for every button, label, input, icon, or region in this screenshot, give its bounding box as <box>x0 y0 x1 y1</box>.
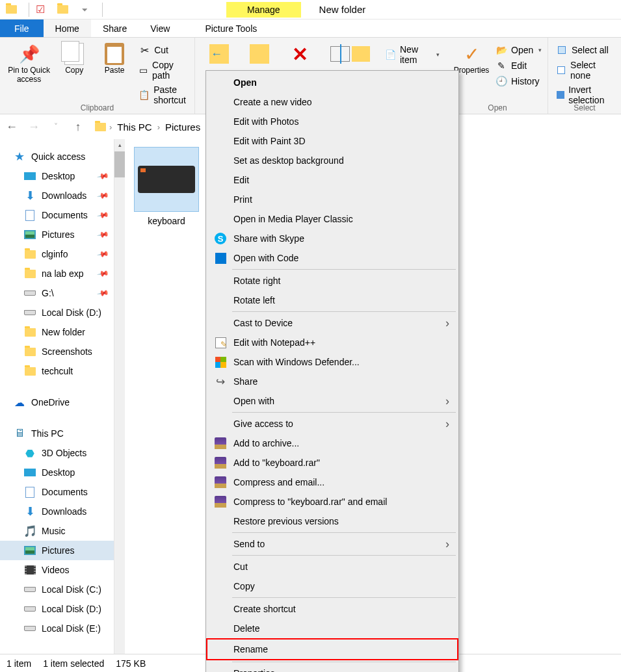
nav-downloads[interactable]: ⬇Downloads📌 <box>0 186 125 205</box>
qat-newfolder-icon[interactable] <box>51 0 73 19</box>
contextual-tab-manage[interactable]: Manage <box>226 2 301 18</box>
ctx-scan-defender[interactable]: Scan with Windows Defender... <box>207 352 457 372</box>
nav-drive-g[interactable]: G:\📌 <box>0 283 125 303</box>
ctx-send-to[interactable]: Send to› <box>207 534 457 554</box>
copy-path-button[interactable]: ▭Copy path <box>135 58 191 82</box>
nav-folder-nalab[interactable]: na lab exp📌 <box>0 264 125 283</box>
nav-quick-access[interactable]: ★Quick access <box>0 147 125 166</box>
folder-icon <box>23 326 36 338</box>
nav-onedrive[interactable]: ☁OneDrive <box>0 393 125 412</box>
label: This PC <box>31 428 64 439</box>
ctx-give-access[interactable]: Give access to› <box>207 414 457 433</box>
nav-documents[interactable]: Documents📌 <box>0 205 125 225</box>
ctx-open-mpc[interactable]: Open in Media Player Classic <box>207 209 457 229</box>
ctx-compress-rar-email[interactable]: Compress to "keyboard.rar" and email <box>207 492 457 511</box>
nav-desktop2[interactable]: Desktop <box>0 463 125 482</box>
nav-folder-clginfo[interactable]: clginfo📌 <box>0 244 125 264</box>
ctx-cut[interactable]: Cut <box>207 557 457 576</box>
ctx-open-with[interactable]: Open with› <box>207 391 457 411</box>
delete-button[interactable]: ✕ <box>280 40 320 68</box>
label: Music <box>42 526 66 536</box>
ctx-create-new-video[interactable]: Create a new video <box>207 92 457 112</box>
nav-documents2[interactable]: Documents <box>0 482 125 502</box>
forward-button[interactable]: → <box>25 118 43 136</box>
copy-button[interactable]: Copy <box>54 40 94 107</box>
navigation-pane[interactable]: ★Quick access Desktop📌 ⬇Downloads📌 Docum… <box>0 139 125 654</box>
separator <box>232 311 456 312</box>
nav-drive-d2[interactable]: Local Disk (D:) <box>0 599 125 619</box>
qat-dropdown-icon[interactable]: ⏷ <box>73 0 96 19</box>
ctx-edit-notepad[interactable]: Edit with Notepad++ <box>207 333 457 352</box>
ctx-rotate-left[interactable]: Rotate left <box>207 291 457 310</box>
tab-view[interactable]: View <box>139 19 181 37</box>
chevron-right-icon[interactable]: › <box>108 122 113 132</box>
tab-picture-tools[interactable]: Picture Tools <box>193 19 269 37</box>
scrollbar[interactable]: ▴ <box>114 139 125 654</box>
ctx-cast-to-device[interactable]: Cast to Device› <box>207 313 457 333</box>
nav-pictures2[interactable]: Pictures <box>0 541 125 560</box>
breadcrumb-pictures[interactable]: Pictures <box>163 120 203 134</box>
ctx-copy[interactable]: Copy <box>207 576 457 596</box>
up-button[interactable]: ↑ <box>69 118 87 136</box>
ctx-compress-email[interactable]: Compress and email... <box>207 472 457 492</box>
nav-videos[interactable]: Videos <box>0 560 125 580</box>
chevron-right-icon[interactable]: › <box>156 122 161 132</box>
nav-pictures[interactable]: Pictures📌 <box>0 225 125 244</box>
label: Print <box>233 194 252 205</box>
open-icon: 📂 <box>495 44 507 56</box>
nav-folder-techcult[interactable]: techcult <box>0 361 125 381</box>
label: Documents <box>42 487 88 497</box>
ctx-create-shortcut[interactable]: Create shortcut <box>207 599 457 619</box>
nav-folder-newfolder[interactable]: New folder <box>0 322 125 342</box>
tab-share[interactable]: Share <box>91 19 139 37</box>
pin-quick-access-button[interactable]: 📌 Pin to Quick access <box>4 40 54 107</box>
nav-folder-screenshots[interactable]: Screenshots <box>0 342 125 361</box>
edit-button[interactable]: ✎Edit <box>492 58 546 73</box>
nav-drive-d[interactable]: Local Disk (D:) <box>0 303 125 322</box>
ctx-share-skype[interactable]: SShare with Skype <box>207 229 457 248</box>
ctx-delete[interactable]: Delete <box>207 619 457 638</box>
select-none-button[interactable]: Select none <box>552 58 617 82</box>
ctx-open-code[interactable]: Open with Code <box>207 248 457 268</box>
new-item-button[interactable]: 📄New item▾ <box>381 43 443 66</box>
ctx-rotate-right[interactable]: Rotate right <box>207 271 457 291</box>
open-button[interactable]: 📂Open▾ <box>492 43 546 57</box>
tab-file[interactable]: File <box>0 19 44 37</box>
back-button[interactable]: ← <box>3 118 21 136</box>
ctx-edit-photos[interactable]: Edit with Photos <box>207 112 457 131</box>
ctx-print[interactable]: Print <box>207 190 457 209</box>
nav-downloads2[interactable]: ⬇Downloads <box>0 502 125 521</box>
nav-drive-c[interactable]: Local Disk (C:) <box>0 580 125 599</box>
ctx-share[interactable]: ↪Share <box>207 372 457 391</box>
move-to-button[interactable] <box>199 40 239 68</box>
copy-to-button[interactable] <box>239 40 280 68</box>
paste-button[interactable]: Paste <box>94 40 135 107</box>
tab-home[interactable]: Home <box>44 19 91 37</box>
ctx-restore-previous[interactable]: Restore previous versions <box>207 511 457 531</box>
chevron-right-icon: › <box>445 317 449 330</box>
nav-desktop[interactable]: Desktop📌 <box>0 166 125 186</box>
nav-this-pc[interactable]: 🖥This PC <box>0 424 125 443</box>
share-icon: ↪ <box>214 375 227 388</box>
scrollbar-thumb[interactable] <box>114 151 125 177</box>
label: Pin to Quick access <box>8 66 50 84</box>
ctx-edit[interactable]: Edit <box>207 170 457 190</box>
ctx-set-desktop-bg[interactable]: Set as desktop background <box>207 151 457 170</box>
nav-drive-e[interactable]: Local Disk (E:) <box>0 619 125 638</box>
ctx-properties[interactable]: Properties <box>207 664 457 672</box>
history-button[interactable]: 🕘History <box>492 74 546 88</box>
nav-music[interactable]: 🎵Music <box>0 521 125 541</box>
cut-button[interactable]: ✂Cut <box>135 43 191 57</box>
nav-3d-objects[interactable]: ⬣3D Objects <box>0 443 125 463</box>
qat-properties-icon[interactable]: ☑ <box>29 0 51 19</box>
select-all-button[interactable]: Select all <box>552 43 617 57</box>
ctx-add-rar[interactable]: Add to "keyboard.rar" <box>207 453 457 472</box>
breadcrumb-this-pc[interactable]: This PC <box>114 120 154 134</box>
objects3d-icon: ⬣ <box>23 447 36 459</box>
ctx-add-archive[interactable]: Add to archive... <box>207 433 457 453</box>
ctx-rename[interactable]: Rename <box>207 640 457 659</box>
recent-dropdown[interactable]: ˅ <box>47 118 65 136</box>
ctx-open[interactable]: Open <box>207 73 457 92</box>
file-item-keyboard[interactable]: keyboard <box>131 147 202 226</box>
ctx-edit-paint3d[interactable]: Edit with Paint 3D <box>207 131 457 151</box>
